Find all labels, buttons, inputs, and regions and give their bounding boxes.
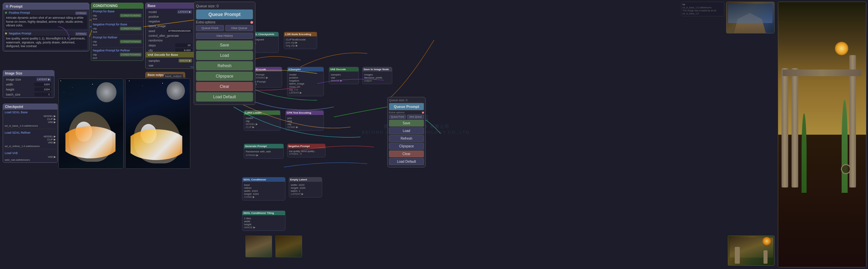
prompt-node-title: Prompt bbox=[10, 4, 23, 8]
queue-prompt-button-2[interactable]: Queue Prompt bbox=[389, 103, 424, 110]
sdxl-conditioner-cluster: SDXL Conditioner base refiner width: 102… bbox=[242, 177, 285, 201]
ksampler-cluster-header: KSampler bbox=[287, 67, 323, 71]
seed-value-base: 875563952862935 bbox=[167, 29, 192, 33]
vae-decode-cluster: VAE Decode samples vae IMAGE ▶ bbox=[329, 67, 359, 84]
negative-prompt-text[interactable]: low quality, worst quality:1.1), blurred… bbox=[5, 36, 87, 50]
moon-right bbox=[166, 82, 185, 100]
latent-tag-size: LATENT ▶ bbox=[36, 78, 51, 81]
queue-front-button[interactable]: Queue Front bbox=[196, 25, 224, 31]
prompt-for-refiner-label: Prompt for Refiner bbox=[93, 36, 142, 39]
positive-type-tag: STRING bbox=[75, 11, 87, 15]
load-button[interactable]: Load bbox=[196, 51, 253, 60]
width-value: 1024 bbox=[34, 83, 51, 86]
architecture-preview-bottom bbox=[728, 236, 775, 266]
clear-button-2[interactable]: Clear bbox=[389, 150, 424, 157]
view-queue-button-2[interactable]: View Queue bbox=[407, 115, 424, 119]
info-text-1: file bbox=[682, 3, 723, 6]
lora-cluster-content: model clip MODEL ▶ CLIP ▶ bbox=[245, 116, 279, 129]
image-size-fields: Image Size LATENT ▶ width1024 height1024… bbox=[3, 76, 54, 97]
architecture-preview-full bbox=[778, 2, 866, 267]
clear-button[interactable]: Clear bbox=[196, 82, 253, 91]
prompt-node-header: Prompt bbox=[3, 3, 89, 10]
load-vae-section: Load VAE VAE ▶ sdxl_vae.safetensors bbox=[5, 151, 56, 161]
model-tag-2: MODEL ▶ bbox=[44, 135, 56, 138]
arch-col-1 bbox=[781, 68, 788, 187]
view-queue-button[interactable]: View Queue bbox=[225, 25, 253, 31]
neg-prompt-cluster: Negative Prompt low quality, worst quali… bbox=[287, 144, 326, 157]
star-r1 bbox=[129, 81, 129, 81]
load-sdxl-base-label: Load SDXL Base bbox=[5, 111, 56, 114]
empty-latent-cluster: Empty Latent width: 1024 height: 1024 ba… bbox=[289, 177, 322, 198]
queue-front-button-2[interactable]: Queue Front bbox=[389, 115, 406, 119]
view-history-button[interactable]: View History bbox=[196, 33, 253, 39]
queue-front-view-row-2: Queue Front View Queue bbox=[389, 115, 424, 119]
positive-prompt-section: Positive Prompt STRING Intricate dynamic… bbox=[3, 10, 89, 30]
latent-tag-1: LATENT ▶ bbox=[177, 10, 192, 14]
save-img-cluster-content: images filename_prefix output bbox=[364, 72, 391, 83]
load-button-2[interactable]: Load bbox=[389, 127, 424, 134]
negative-type-tag: STRING bbox=[75, 32, 87, 36]
sdxl-tiling-content: 1 tiles width height IMAGE ▶ bbox=[243, 216, 284, 230]
ksampler-cluster-content: model positive negative latent_image ste… bbox=[288, 72, 322, 95]
prompt-node-indicator bbox=[6, 5, 8, 8]
vae-tag-1: VAE ▶ bbox=[48, 121, 56, 124]
generate-prompt-cluster: Generate Prompt Randomize with, add STRI… bbox=[244, 144, 284, 159]
vae-decode-base-node: VAE Decode for Base samplesIMAGE ▶ vae bbox=[145, 52, 195, 69]
lor-node-cluster: LOR Node Encoding CLIPTextEncode pos cli… bbox=[284, 32, 317, 49]
batch-size-label: batch_size bbox=[6, 93, 20, 96]
extra-options-row: Extra options bbox=[196, 20, 253, 24]
queue-size-label-2: Queue size: 0 bbox=[389, 98, 424, 102]
vae-tag-2: VAE ▶ bbox=[48, 141, 56, 144]
negative-prompt-label: Negative Prompt bbox=[5, 32, 31, 35]
refresh-button[interactable]: Refresh bbox=[196, 61, 253, 70]
clip-label-3: clip bbox=[93, 40, 97, 43]
cfr-cluster-header: CFR Text Encoding bbox=[286, 111, 323, 115]
image-size-header: Image Size bbox=[3, 70, 54, 76]
batch-size-value: 1 bbox=[34, 93, 51, 96]
arch-bottom-col2 bbox=[764, 250, 768, 264]
model-tag-1: MODEL ▶ bbox=[44, 115, 56, 118]
arch-tree-1 bbox=[802, 113, 807, 193]
generate-cluster-header: Generate Prompt bbox=[244, 144, 283, 148]
clipspace-button[interactable]: Clipspace bbox=[196, 71, 253, 81]
info-text-4: sd_xl_base_1.0 bbox=[682, 12, 723, 15]
star-r2 bbox=[142, 86, 143, 86]
refresh-button-2[interactable]: Refresh bbox=[389, 135, 424, 142]
dept-name-refiner: sd_xl_refiner_1.0.safetensors bbox=[5, 145, 56, 148]
lora-cluster-header: LoRA Loader bbox=[244, 111, 280, 115]
arch-bottom-col bbox=[735, 247, 740, 264]
save-button-2[interactable]: Save bbox=[389, 120, 424, 127]
conditioning-node: CONDITIONING Prompt for Base clip CONDIT… bbox=[91, 3, 144, 61]
image-size-label: Image Size bbox=[6, 78, 21, 81]
ctrl-after-label: control_after_generate bbox=[149, 34, 179, 37]
height-label: height bbox=[6, 88, 14, 91]
save-button[interactable]: Save bbox=[196, 40, 253, 50]
vae-decode-base-header: VAE Decode for Base bbox=[146, 52, 195, 58]
sampler-base-header: Base bbox=[146, 3, 195, 9]
load-default-button-2[interactable]: Load Default bbox=[389, 158, 424, 165]
vae-decode-base-fields: samplesIMAGE ▶ vae bbox=[146, 58, 195, 68]
clipspace-button-2[interactable]: Clipspace bbox=[389, 143, 424, 150]
load-default-button[interactable]: Load Default bbox=[196, 92, 253, 101]
mini-preview-2 bbox=[275, 236, 302, 257]
checkpoint-content: Load SDXL Base MODEL ▶ CLIP ▶ VAE ▶ sd_x… bbox=[3, 110, 57, 162]
info-text-3: This image was created by an AI bbox=[682, 9, 723, 12]
arch-col-2 bbox=[792, 68, 798, 187]
positive-prompt-text[interactable]: Intricate dynamic action shot of an astr… bbox=[5, 15, 87, 29]
conditioning-tag-2: CONDITIONING bbox=[120, 27, 142, 30]
positive-prompt-label: Positive Prompt bbox=[5, 11, 30, 14]
star-1 bbox=[60, 81, 61, 81]
latent-img-label: latent_image bbox=[149, 24, 166, 28]
vae-cluster-content: samples vae IMAGE ▶ bbox=[330, 72, 358, 83]
prompt-for-base-label: Prompt for Base bbox=[93, 10, 142, 13]
queue-prompt-button[interactable]: Queue Prompt bbox=[196, 9, 253, 19]
clip-tag-2: CLIP ▶ bbox=[47, 138, 56, 141]
randomize-label: randomize bbox=[149, 39, 163, 42]
negative-label: negative bbox=[149, 20, 160, 23]
prompt-node: Prompt Positive Prompt STRING Intricate … bbox=[3, 3, 90, 52]
prompt-for-base-row: Prompt for Base clip CONDITIONING text bbox=[91, 9, 143, 22]
load-sdxl-base-section: Load SDXL Base MODEL ▶ CLIP ▶ VAE ▶ sd_x… bbox=[5, 111, 56, 129]
text-label-1: text bbox=[93, 18, 142, 20]
text-label-3: text bbox=[93, 43, 142, 47]
arch-tree-2 bbox=[842, 100, 848, 193]
